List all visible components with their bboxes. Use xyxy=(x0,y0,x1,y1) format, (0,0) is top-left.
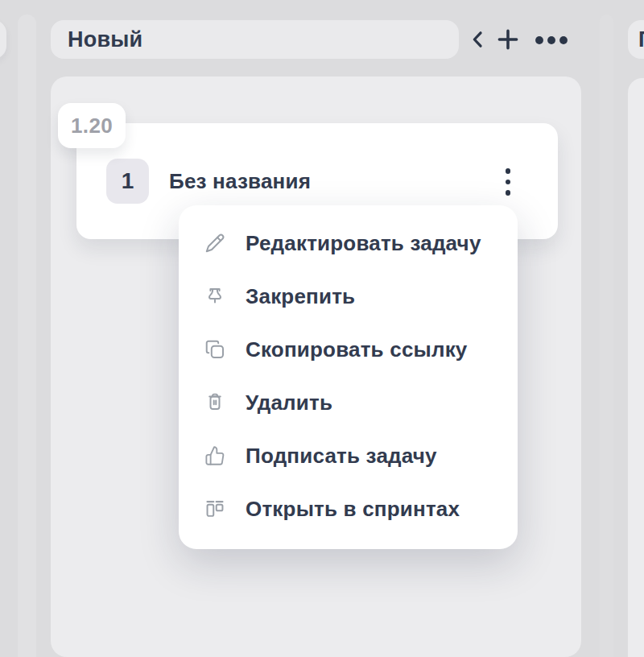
column-title-input[interactable]: Новый xyxy=(51,20,459,59)
board-icon xyxy=(204,498,226,520)
kebab-dot xyxy=(506,180,511,185)
menu-item-pin[interactable]: Закрепить xyxy=(179,270,518,323)
menu-item-label: Подписать задачу xyxy=(246,444,437,469)
trash-icon xyxy=(204,391,226,414)
task-title: Без названия xyxy=(169,169,311,194)
previous-column-strip xyxy=(18,14,36,657)
next-column-panel xyxy=(628,78,644,657)
column-gap-strip xyxy=(600,14,613,657)
column-title-text: Новый xyxy=(51,27,142,52)
kebab-dot xyxy=(506,168,511,174)
menu-item-label: Удалить xyxy=(246,390,332,415)
previous-column-header-fragment xyxy=(0,20,6,59)
add-task-button[interactable] xyxy=(493,25,522,54)
task-menu-button[interactable] xyxy=(492,159,524,205)
collapse-column-button[interactable] xyxy=(465,27,491,52)
task-id-badge: 1.20 xyxy=(58,103,126,148)
thumbs-up-icon xyxy=(204,444,226,467)
menu-item-label: Редактировать задачу xyxy=(246,231,481,256)
menu-item-delete[interactable]: Удалить xyxy=(179,376,518,429)
menu-item-label: Закрепить xyxy=(246,284,355,309)
next-column-title-text: П xyxy=(628,27,644,52)
chevron-left-icon xyxy=(467,28,489,51)
pencil-icon xyxy=(204,232,226,254)
menu-item-label: Открыть в спринтах xyxy=(246,497,460,522)
menu-item-label: Скопировать ссылку xyxy=(246,337,468,362)
pin-icon xyxy=(204,285,226,308)
kebab-dot xyxy=(506,190,511,196)
ellipsis-icon xyxy=(535,35,568,45)
next-column-title-input[interactable]: П xyxy=(628,20,644,59)
task-number-chip: 1 xyxy=(106,159,149,204)
menu-item-sign-task[interactable]: Подписать задачу xyxy=(179,429,518,482)
task-context-menu: Редактировать задачу Закрепить Скопирова… xyxy=(179,205,518,549)
menu-item-edit-task[interactable]: Редактировать задачу xyxy=(179,217,518,270)
column-more-button[interactable] xyxy=(533,30,570,51)
menu-item-open-in-sprints[interactable]: Открыть в спринтах xyxy=(179,482,518,535)
menu-item-copy-link[interactable]: Скопировать ссылку xyxy=(179,323,518,376)
plus-icon xyxy=(494,26,522,53)
copy-icon xyxy=(204,338,226,361)
board-view: Новый П 1 Без названия 1.20 xyxy=(0,0,644,657)
